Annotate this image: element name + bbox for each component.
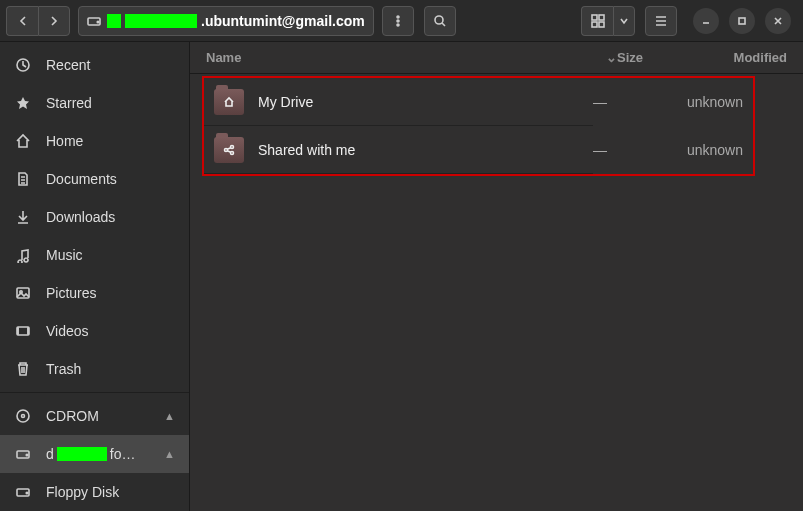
chevron-down-icon: ⌄ [606, 50, 617, 65]
trash-icon [14, 361, 32, 377]
content: Name ⌄ Size Modified My Drive — [190, 42, 803, 511]
sidebar-item-floppy[interactable]: Floppy Disk [0, 473, 189, 511]
sidebar-item-cdrom[interactable]: CDROM ▲ [0, 397, 189, 435]
music-icon [14, 247, 32, 263]
svg-rect-9 [599, 22, 604, 27]
search-icon [433, 14, 447, 28]
folder-icon [214, 89, 244, 115]
titlebar: .ubuntumint@gmail.com [0, 0, 803, 42]
svg-rect-10 [739, 18, 745, 24]
sidebar-item-label: Starred [46, 95, 92, 111]
document-icon [14, 171, 32, 187]
svg-rect-8 [592, 22, 597, 27]
sidebar: Recent Starred Home Documents Downloads … [0, 42, 190, 511]
more-button[interactable] [382, 6, 414, 36]
kebab-icon [392, 15, 404, 27]
folder-icon [214, 137, 244, 163]
file-name: My Drive [258, 94, 583, 110]
sidebar-item-documents[interactable]: Documents [0, 160, 189, 198]
svg-point-15 [17, 410, 29, 422]
pictures-icon [14, 285, 32, 301]
sidebar-item-starred[interactable]: Starred [0, 84, 189, 122]
back-button[interactable] [6, 6, 38, 36]
icon-view-button[interactable] [581, 6, 613, 36]
drive-icon [14, 484, 32, 500]
share-icon [223, 144, 235, 156]
sidebar-item-downloads[interactable]: Downloads [0, 198, 189, 236]
file-list: My Drive — unknown Shared with me — unkn… [190, 74, 803, 178]
sidebar-item-label: Documents [46, 171, 117, 187]
main: Recent Starred Home Documents Downloads … [0, 42, 803, 511]
chevron-down-icon [619, 16, 629, 26]
videos-icon [14, 323, 32, 339]
redacted-text [107, 14, 121, 28]
drive-icon [87, 14, 101, 28]
sidebar-item-label: Recent [46, 57, 90, 73]
svg-rect-6 [592, 15, 597, 20]
svg-point-22 [231, 145, 234, 148]
search-button[interactable] [424, 6, 456, 36]
sidebar-item-label: Music [46, 247, 83, 263]
sidebar-item-trash[interactable]: Trash [0, 350, 189, 388]
window-controls [693, 8, 791, 34]
sidebar-item-music[interactable]: Music [0, 236, 189, 274]
svg-point-1 [97, 21, 99, 23]
column-headers: Name ⌄ Size Modified [190, 42, 803, 74]
svg-point-2 [397, 16, 399, 18]
column-header-modified[interactable]: Modified [707, 50, 787, 65]
file-row-my-drive[interactable]: My Drive [204, 78, 593, 126]
minimize-icon [701, 16, 711, 26]
view-dropdown-button[interactable] [613, 6, 635, 36]
grid-icon [591, 14, 605, 28]
close-icon [773, 16, 783, 26]
drive-icon [14, 446, 32, 462]
sidebar-item-videos[interactable]: Videos [0, 312, 189, 350]
nav-group [6, 6, 70, 36]
sidebar-item-recent[interactable]: Recent [0, 46, 189, 84]
close-button[interactable] [765, 8, 791, 34]
file-modified: unknown [683, 142, 753, 158]
minimize-button[interactable] [693, 8, 719, 34]
hamburger-icon [654, 14, 668, 28]
file-modified: unknown [683, 94, 753, 110]
sidebar-item-home[interactable]: Home [0, 122, 189, 160]
sidebar-divider [0, 392, 189, 393]
maximize-icon [737, 16, 747, 26]
redacted-text [125, 14, 197, 28]
hamburger-button[interactable] [645, 6, 677, 36]
home-icon [223, 96, 235, 108]
maximize-button[interactable] [729, 8, 755, 34]
svg-rect-12 [17, 288, 29, 298]
path-bar[interactable]: .ubuntumint@gmail.com [78, 6, 374, 36]
path-text: .ubuntumint@gmail.com [107, 13, 365, 29]
column-header-name[interactable]: Name ⌄ [206, 50, 617, 65]
svg-point-20 [26, 492, 28, 494]
redacted-text [57, 447, 107, 461]
eject-button[interactable]: ▲ [164, 448, 175, 460]
svg-rect-7 [599, 15, 604, 20]
sidebar-item-label: Trash [46, 361, 81, 377]
sidebar-item-pictures[interactable]: Pictures [0, 274, 189, 312]
svg-point-3 [397, 20, 399, 22]
file-row-shared[interactable]: Shared with me [204, 126, 593, 174]
disc-icon [14, 408, 32, 424]
sidebar-item-gdrive[interactable]: d fo… ▲ [0, 435, 189, 473]
chevron-right-icon [48, 15, 60, 27]
svg-point-5 [435, 16, 443, 24]
view-switcher [581, 6, 635, 36]
file-size: — [593, 94, 683, 110]
eject-button[interactable]: ▲ [164, 410, 175, 422]
column-header-size[interactable]: Size [617, 50, 707, 65]
sidebar-item-label: Home [46, 133, 83, 149]
svg-point-21 [225, 148, 228, 151]
clock-icon [14, 57, 32, 73]
sidebar-item-label: Floppy Disk [46, 484, 119, 500]
forward-button[interactable] [38, 6, 70, 36]
downloads-icon [14, 209, 32, 225]
sidebar-item-label: CDROM [46, 408, 99, 424]
file-name: Shared with me [258, 142, 583, 158]
sidebar-item-label: Downloads [46, 209, 115, 225]
sidebar-item-label: Videos [46, 323, 89, 339]
sidebar-item-label: Pictures [46, 285, 97, 301]
svg-point-16 [22, 415, 25, 418]
